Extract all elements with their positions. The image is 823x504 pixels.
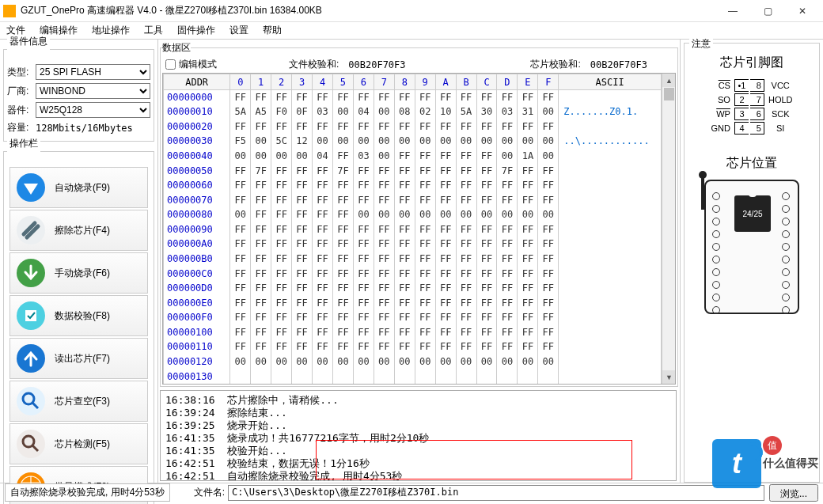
svg-point-6	[17, 387, 45, 415]
hex-row[interactable]: 00000100FFFFFFFFFFFFFFFFFFFFFFFFFFFFFFFF	[164, 325, 662, 340]
socket-diagram: 24/25	[704, 180, 799, 314]
chip-position-title: 芯片位置	[688, 155, 816, 172]
col-hex[interactable]: F	[538, 74, 559, 90]
editmode-check[interactable]: 编辑模式	[165, 58, 217, 71]
svg-point-9	[17, 430, 45, 458]
col-hex[interactable]: D	[497, 74, 518, 90]
log-line: 16:42:51 校验结束，数据无误！1分16秒	[165, 457, 671, 470]
col-hex[interactable]: 0	[230, 74, 251, 90]
part-label: 器件:	[7, 104, 36, 117]
read-chip-button[interactable]: 读出芯片(F7)	[9, 338, 148, 379]
hex-row[interactable]: 00000070FFFFFFFFFFFFFFFFFFFFFFFFFFFFFFFF	[164, 192, 662, 207]
col-hex[interactable]: 9	[415, 74, 435, 90]
read-chip-icon	[15, 343, 47, 374]
pin-table: CS•18VCCSO27HOLDWP36SCKGND45SI	[707, 78, 796, 136]
capacity-label: 容量:	[7, 121, 36, 135]
auto-program-button[interactable]: 自动烧录(F9)	[9, 167, 148, 208]
filesum-label: 文件校验和:	[289, 58, 339, 71]
log-line: 16:41:35 校验开始...	[165, 445, 671, 457]
hex-row[interactable]: 00000050FF7FFFFFFF7FFFFFFFFFFFFFFF7FFFFF	[164, 163, 662, 178]
verify-data-button[interactable]: 数据校验(F8)	[9, 295, 148, 336]
hex-row[interactable]: 000000105AA5F00F030004000802105A30033100…	[164, 104, 662, 119]
vendor-select[interactable]: WINBOND	[36, 83, 150, 99]
menu-tools[interactable]: 工具	[142, 24, 165, 37]
hex-row[interactable]: 00000000FFFFFFFFFFFFFFFFFFFFFFFFFFFFFFFF	[164, 90, 662, 105]
hex-row[interactable]: 0000012000000000000000000000000000000000	[164, 354, 662, 369]
titlebar: GZUT_OnePro 高速编程器 V4.0 - 微星Z270I移植Z370I.…	[0, 0, 823, 22]
notes-group: 注意 芯片引脚图 CS•18VCCSO27HOLDWP36SCKGND45SI …	[684, 43, 820, 483]
menu-help[interactable]: 帮助	[261, 24, 283, 37]
col-hex[interactable]: E	[518, 74, 538, 90]
col-hex[interactable]: 1	[251, 74, 271, 90]
col-hex[interactable]: C	[476, 74, 497, 90]
data-area-group: 数据区 编辑模式 文件校验和: 00B20F70F3 芯片校验和: 00B20F…	[160, 41, 678, 387]
filesum-value: 00B20F70F3	[348, 59, 405, 70]
hex-row[interactable]: 0000008000FFFFFFFFFF00000000000000000000	[164, 207, 662, 222]
editmode-checkbox[interactable]	[165, 59, 176, 70]
col-hex[interactable]: 3	[292, 74, 313, 90]
hex-row[interactable]: 000000D0FFFFFFFFFFFFFFFFFFFFFFFFFFFFFFFF	[164, 281, 662, 296]
svg-point-1	[17, 216, 45, 244]
scroll-down-icon[interactable]: ▼	[662, 370, 676, 384]
editmode-label: 编辑模式	[179, 58, 217, 71]
hex-row[interactable]: 000000A0FFFFFFFFFFFFFFFFFFFFFFFFFFFFFFFF	[164, 237, 662, 252]
auto-program-icon	[15, 172, 47, 203]
col-addr[interactable]: ADDR	[164, 74, 230, 90]
maximize-button[interactable]: ▢	[750, 0, 785, 22]
manual-program-button[interactable]: 手动烧录(F6)	[9, 252, 148, 294]
hex-row[interactable]: 000000B0FFFFFFFFFFFFFFFFFFFFFFFFFFFFFFFF	[164, 252, 662, 267]
device-info-group: 器件信息 类型: 25 SPI FLASH 厂商: WINBOND 器件: W2…	[3, 43, 154, 142]
detect-chip-button[interactable]: 芯片检测(F5)	[9, 423, 148, 464]
hex-row[interactable]: 00000020FFFFFFFFFFFFFFFFFFFFFFFFFFFFFFFF	[164, 119, 662, 135]
type-select[interactable]: 25 SPI FLASH	[36, 64, 150, 80]
chipsum-label: 芯片校验和:	[530, 58, 580, 71]
notes-title: 注意	[689, 37, 713, 51]
hex-row[interactable]: 00000090FFFFFFFFFFFFFFFFFFFFFFFFFFFFFFFF	[164, 222, 662, 237]
hex-row[interactable]: 00000060FFFFFFFFFFFFFFFFFFFFFFFFFFFFFFFF	[164, 178, 662, 193]
col-hex[interactable]: 5	[332, 74, 353, 90]
hex-row[interactable]: 000000400000000004FF0300FFFFFFFFFF001A00	[164, 149, 662, 164]
col-hex[interactable]: A	[435, 74, 456, 90]
hex-row[interactable]: 00000130	[164, 369, 662, 384]
chip-position: 芯片位置 24/25	[688, 155, 816, 314]
erase-chip-button[interactable]: 擦除芯片(F4)	[9, 210, 148, 251]
col-hex[interactable]: 7	[374, 74, 394, 90]
data-area-title: 数据区	[162, 41, 191, 55]
auto-program-label: 自动烧录(F9)	[55, 181, 110, 195]
col-hex[interactable]: 4	[313, 74, 333, 90]
detect-chip-label: 芯片检测(F5)	[55, 438, 110, 451]
col-hex[interactable]: 2	[271, 74, 292, 90]
close-button[interactable]: ✕	[785, 0, 820, 22]
hex-row[interactable]: 000000F0FFFFFFFFFFFFFFFFFFFFFFFFFFFFFFFF	[164, 310, 662, 325]
filename-input[interactable]	[228, 485, 764, 501]
minimize-button[interactable]: —	[715, 0, 750, 22]
browse-button[interactable]: 浏览...	[769, 484, 818, 502]
menu-firmware[interactable]: 固件操作	[176, 24, 217, 37]
part-select[interactable]: W25Q128	[36, 102, 150, 118]
hex-scrollbar[interactable]: ▲ ▼	[662, 74, 675, 384]
hex-row[interactable]: 00000110FFFFFFFFFFFFFFFFFFFFFFFFFFFFFFFF	[164, 339, 662, 354]
menu-addr[interactable]: 地址操作	[90, 24, 131, 37]
scroll-thumb[interactable]	[664, 88, 674, 100]
scroll-up-icon[interactable]: ▲	[662, 74, 676, 87]
hex-row[interactable]: 00000030F5005C12000000000000000000000000…	[164, 134, 662, 149]
detect-chip-icon	[15, 428, 47, 460]
hex-row[interactable]: 000000C0FFFFFFFFFFFFFFFFFFFFFFFFFFFFFFFF	[164, 266, 662, 281]
col-ascii[interactable]: ASCII	[559, 74, 662, 90]
svg-rect-4	[25, 310, 36, 321]
hex-viewer[interactable]: ADDR0123456789ABCDEFASCII00000000FFFFFFF…	[162, 73, 676, 385]
read-chip-label: 读出芯片(F7)	[55, 352, 110, 366]
verify-data-label: 数据校验(F8)	[55, 309, 110, 323]
handle-icon	[696, 170, 709, 210]
blank-check-button[interactable]: 芯片查空(F3)	[9, 381, 148, 422]
log-line: 16:39:25 烧录开始...	[165, 419, 671, 432]
col-hex[interactable]: B	[456, 74, 476, 90]
log-line: 16:41:35 烧录成功！共16777216字节，用时2分10秒	[165, 432, 671, 445]
hex-row[interactable]: 000000E0FFFFFFFFFFFFFFFFFFFFFFFFFFFFFFFF	[164, 295, 662, 310]
app-icon	[3, 5, 16, 17]
col-hex[interactable]: 6	[353, 74, 374, 90]
menu-settings[interactable]: 设置	[228, 24, 250, 37]
type-label: 类型:	[7, 66, 36, 79]
chip-icon: 24/25	[734, 195, 771, 232]
col-hex[interactable]: 8	[394, 74, 415, 90]
